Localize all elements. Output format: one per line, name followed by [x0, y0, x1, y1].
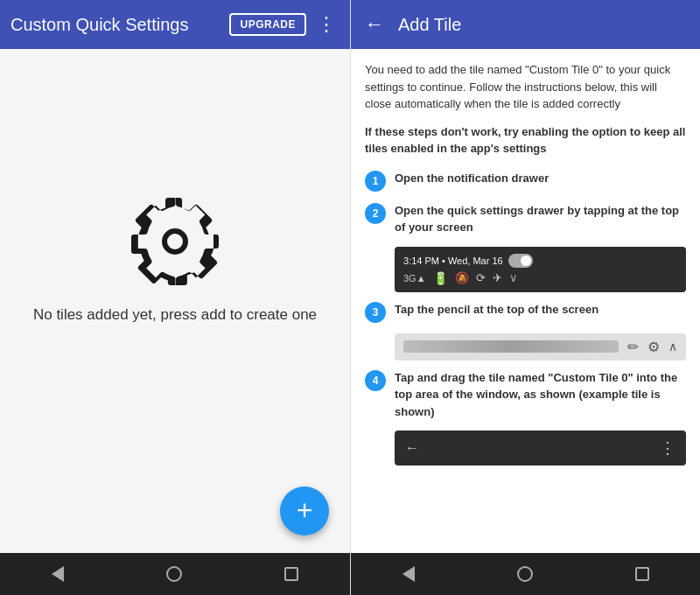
right-panel: ← Add Tile You need to add the tile name…	[350, 0, 700, 595]
left-content: No tiles added yet, press add to create …	[0, 49, 350, 472]
settings-gear-icon: ⚙	[648, 339, 660, 355]
screenshot-quick-settings: 3:14 PM • Wed, Mar 16 3G▲ 🔋 🔕 ⟳ ✈ ∨	[395, 247, 686, 292]
screenshot-icons-row: 3G▲ 🔋 🔕 ⟳ ✈ ∨	[403, 271, 533, 285]
step-1-row: 1 Open the notification drawer	[365, 170, 686, 192]
signal-icon: 3G▲	[403, 273, 426, 284]
step-4-circle: 4	[365, 370, 386, 391]
toggle-icon	[508, 254, 533, 268]
gear-icon	[131, 198, 219, 289]
right-content: You need to add the tile named "Custom T…	[351, 49, 700, 553]
back-nav-icon-right[interactable]	[402, 566, 415, 582]
upgrade-button[interactable]: UPGRADE	[229, 13, 306, 36]
screenshot-time: 3:14 PM • Wed, Mar 16	[403, 256, 503, 266]
right-header: ← Add Tile	[351, 0, 700, 49]
step-3-number: 3	[373, 306, 379, 318]
back-arrow-icon[interactable]: ←	[365, 13, 384, 36]
step-1-number: 1	[373, 175, 379, 187]
bottom-back-icon: ←	[405, 440, 419, 456]
step-2-circle: 2	[365, 203, 386, 224]
left-nav-bar	[0, 553, 350, 595]
right-panel-title: Add Tile	[398, 15, 461, 35]
home-nav-icon[interactable]	[166, 566, 182, 582]
overflow-menu-icon[interactable]: ⋮	[313, 11, 340, 38]
caret-up-icon: ∧	[668, 340, 677, 354]
screenshot-edit-bar: ✏ ⚙ ∧	[395, 333, 686, 360]
plus-icon: +	[297, 496, 313, 524]
step-3-text: Tap the pencil at the top of the screen	[395, 301, 598, 318]
rotate-icon: ⟳	[476, 271, 486, 284]
screenshot-bottom-bar: ← ⋮	[395, 430, 686, 466]
step-1-text: Open the notification drawer	[395, 170, 549, 187]
intro-text-2: If these steps don't work, try enabling …	[365, 123, 686, 158]
step-2-text: Open the quick settings drawer by tappin…	[395, 202, 686, 236]
intro-text-1: You need to add the tile named "Custom T…	[365, 61, 686, 113]
left-header: Custom Quick Settings UPGRADE ⋮	[0, 0, 350, 49]
right-nav-bar	[351, 553, 700, 595]
step-3-row: 3 Tap the pencil at the top of the scree…	[365, 301, 686, 323]
battery-icon: 🔋	[433, 271, 448, 285]
app-title: Custom Quick Settings	[10, 15, 222, 35]
recents-nav-icon-right[interactable]	[635, 567, 649, 581]
empty-state-text: No tiles added yet, press add to create …	[33, 306, 317, 324]
step-2-row: 2 Open the quick settings drawer by tapp…	[365, 202, 686, 236]
pencil-icon: ✏	[627, 339, 639, 355]
back-nav-icon[interactable]	[52, 566, 64, 582]
step-2-number: 2	[373, 207, 379, 220]
bottom-overflow-icon: ⋮	[660, 438, 676, 458]
recents-nav-icon[interactable]	[284, 567, 298, 581]
step-3-circle: 3	[365, 302, 386, 323]
expand-icon: ∨	[509, 271, 518, 284]
step-4-row: 4 Tap and drag the tile named "Custom Ti…	[365, 369, 686, 421]
fab-area: +	[0, 472, 350, 553]
add-tile-fab[interactable]: +	[280, 486, 329, 536]
step-1-circle: 1	[365, 171, 386, 192]
do-not-disturb-icon: 🔕	[455, 271, 469, 284]
step-4-text: Tap and drag the tile named "Custom Tile…	[395, 369, 686, 421]
left-panel: Custom Quick Settings UPGRADE ⋮ No tiles…	[0, 0, 350, 595]
home-nav-icon-right[interactable]	[517, 566, 533, 582]
step-4-number: 4	[373, 374, 379, 387]
blurred-tiles-area	[403, 340, 619, 353]
airplane-icon: ✈	[493, 271, 502, 284]
